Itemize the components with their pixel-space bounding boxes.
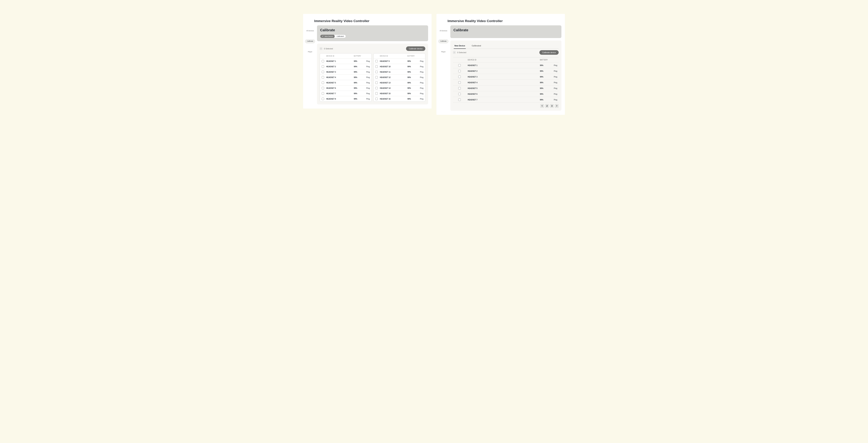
ping-link[interactable]: Ping [550,87,557,89]
row-checkbox[interactable] [322,76,324,79]
pager-page-button[interactable]: 2 [545,104,549,108]
ping-link[interactable]: Ping [363,77,370,78]
table-row: HEADSET 6 99% Ping [453,91,559,97]
selection-toolbar: 0 Selected Calibrate device [320,47,425,51]
ping-link[interactable]: Ping [550,93,557,95]
pager-next-button[interactable] [555,104,559,108]
seg-new-device[interactable]: New Device [320,35,335,38]
ping-link[interactable]: Ping [550,99,557,101]
cell-device-id: HEADSET 1 [468,64,540,66]
ping-link[interactable]: Ping [363,87,370,89]
sidebar-item-all-devices[interactable]: All Devices [306,30,314,32]
calibrate-panel-header: Calibrate [450,25,561,38]
table-row: HEADSET 9 99% Ping [374,59,425,64]
table-row: HEADSET 7 99% Ping [320,91,372,96]
seg-calibrated-label: Calibrated [337,35,344,37]
row-checkbox[interactable] [322,65,324,68]
cell-battery: 99% [354,66,363,67]
cell-battery: 99% [407,82,416,84]
tab-calibrated[interactable]: Calibrated [471,43,482,49]
ping-link[interactable]: Ping [416,98,424,100]
cell-battery: 99% [354,93,363,94]
seg-calibrated[interactable]: Calibrated [335,35,346,38]
pager-prev-button[interactable] [540,104,544,108]
two-column-tables: DEVICE ID BATTERY HEADSET 1 99% Ping HEA… [320,53,425,101]
pager-page-button[interactable]: 3 [550,104,554,108]
ping-link[interactable]: Ping [363,82,370,84]
row-checkbox[interactable] [375,92,378,95]
sidebar-item-calibrate[interactable]: Calibrate [438,39,448,43]
row-checkbox[interactable] [375,76,378,79]
ping-link[interactable]: Ping [363,93,370,94]
select-all-checkbox[interactable] [453,51,456,54]
ping-link[interactable]: Ping [550,70,557,72]
ping-link[interactable]: Ping [363,60,370,62]
row-checkbox[interactable] [458,64,461,66]
ping-link[interactable]: Ping [416,87,424,89]
selection-toolbar: 0 Selected Calibrate device [453,50,559,55]
select-all-checkbox[interactable] [320,48,322,50]
row-checkbox[interactable] [322,87,324,89]
row-checkbox[interactable] [458,87,461,89]
cell-battery: 99% [540,70,550,72]
row-checkbox[interactable] [322,92,324,95]
row-checkbox[interactable] [375,82,378,84]
table-row: HEADSET 16 99% Ping [374,96,425,101]
sidebar-nav: All Devices Calibrate Player [436,18,450,111]
table-row: HEADSET 3 99% Ping [320,69,372,75]
row-checkbox[interactable] [375,71,378,73]
comparison-stage: All Devices Calibrate Player Immersive R… [0,0,868,125]
cell-device-id: HEADSET 14 [380,87,407,89]
calibrate-body: New Device Calibrated 0 Selected Calibra… [450,40,561,111]
ping-link[interactable]: Ping [416,77,424,78]
row-checkbox[interactable] [458,81,461,84]
row-checkbox[interactable] [375,60,378,62]
row-checkbox[interactable] [375,65,378,68]
table-row: HEADSET 5 99% Ping [453,86,559,91]
row-checkbox[interactable] [458,70,461,72]
cell-battery: 99% [407,60,416,62]
sidebar-item-calibrate[interactable]: Calibrate [305,39,315,43]
page-title: Immersive Reality Video Controller [447,19,561,23]
ping-link[interactable]: Ping [416,60,424,62]
row-checkbox[interactable] [458,93,461,95]
cell-battery: 99% [540,64,550,66]
ping-link[interactable]: Ping [363,66,370,67]
cell-device-id: HEADSET 6 [468,93,540,95]
col-device-id: DEVICE ID [326,55,354,57]
row-checkbox[interactable] [375,87,378,89]
sidebar-item-player[interactable]: Player [308,51,312,53]
row-checkbox[interactable] [322,60,324,62]
ping-link[interactable]: Ping [550,76,557,78]
ping-link[interactable]: Ping [363,71,370,73]
ping-link[interactable]: Ping [363,98,370,100]
col-device-id: DEVICE ID [468,59,540,61]
row-checkbox[interactable] [322,82,324,84]
table-row: HEADSET 11 99% Ping [374,69,425,75]
tab-new-device[interactable]: New Device [454,43,466,49]
calibrate-device-button[interactable]: Calibrate device [406,47,425,51]
selected-count: 0 Selected [324,48,333,50]
main-column: Immersive Reality Video Controller Calib… [450,18,561,111]
ping-link[interactable]: Ping [416,71,424,73]
pager: 2 3 [453,104,559,108]
calibrate-device-button[interactable]: Calibrate device [539,50,559,55]
sidebar-item-all-devices[interactable]: All Devices [439,30,447,32]
ping-link[interactable]: Ping [416,93,424,94]
cell-device-id: HEADSET 1 [326,60,354,62]
segmented-toggle: New Device Calibrated [320,35,346,38]
row-checkbox[interactable] [375,98,378,100]
row-checkbox[interactable] [458,98,461,101]
ping-link[interactable]: Ping [416,66,424,67]
ping-link[interactable]: Ping [416,82,424,84]
row-checkbox[interactable] [322,71,324,73]
table-row: HEADSET 6 99% Ping [320,86,372,91]
cell-battery: 99% [407,87,416,89]
cell-device-id: HEADSET 7 [468,99,540,101]
row-checkbox[interactable] [458,76,461,78]
ping-link[interactable]: Ping [550,82,557,84]
row-checkbox[interactable] [322,98,324,100]
ping-link[interactable]: Ping [550,64,557,66]
sidebar-item-player[interactable]: Player [441,51,446,53]
device-table-wide: DEVICE ID BATTERY HEADSET 1 99% Ping HEA… [453,57,559,103]
